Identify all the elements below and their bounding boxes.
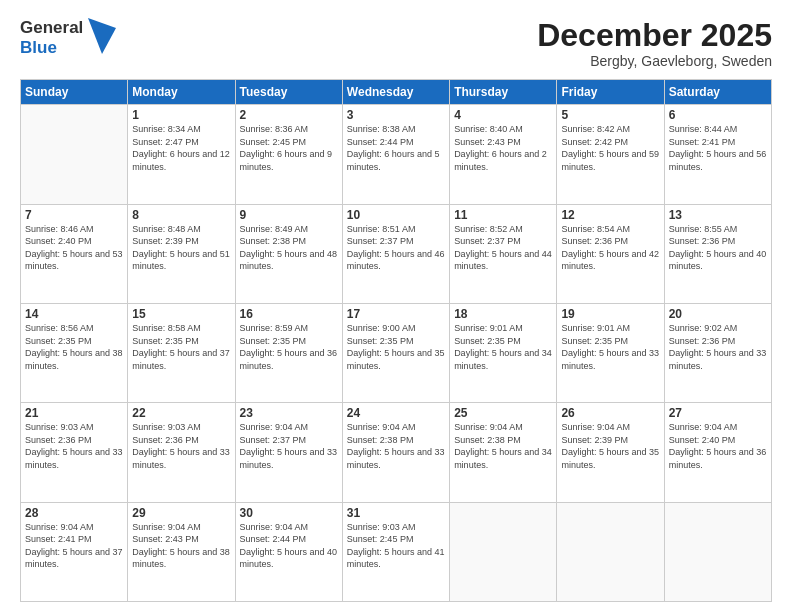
logo-blue: Blue [20, 38, 57, 57]
calendar-cell: 20Sunrise: 9:02 AM Sunset: 2:36 PM Dayli… [664, 303, 771, 402]
cell-info: Sunrise: 8:44 AM Sunset: 2:41 PM Dayligh… [669, 123, 767, 173]
calendar-cell [450, 502, 557, 601]
calendar-cell: 4Sunrise: 8:40 AM Sunset: 2:43 PM Daylig… [450, 105, 557, 204]
logo-icon [88, 18, 116, 54]
cell-info: Sunrise: 8:49 AM Sunset: 2:38 PM Dayligh… [240, 223, 338, 273]
cell-day-number: 2 [240, 108, 338, 122]
calendar-cell: 22Sunrise: 9:03 AM Sunset: 2:36 PM Dayli… [128, 403, 235, 502]
calendar-cell: 6Sunrise: 8:44 AM Sunset: 2:41 PM Daylig… [664, 105, 771, 204]
cell-day-number: 3 [347, 108, 445, 122]
cell-info: Sunrise: 9:04 AM Sunset: 2:39 PM Dayligh… [561, 421, 659, 471]
header-cell-monday: Monday [128, 80, 235, 105]
calendar-cell: 13Sunrise: 8:55 AM Sunset: 2:36 PM Dayli… [664, 204, 771, 303]
header-cell-wednesday: Wednesday [342, 80, 449, 105]
cell-day-number: 10 [347, 208, 445, 222]
cell-info: Sunrise: 8:56 AM Sunset: 2:35 PM Dayligh… [25, 322, 123, 372]
week-row-5: 28Sunrise: 9:04 AM Sunset: 2:41 PM Dayli… [21, 502, 772, 601]
header: General Blue December 2025 Bergby, Gaevl… [20, 18, 772, 69]
svg-marker-0 [88, 18, 116, 54]
calendar-cell: 28Sunrise: 9:04 AM Sunset: 2:41 PM Dayli… [21, 502, 128, 601]
cell-info: Sunrise: 9:04 AM Sunset: 2:40 PM Dayligh… [669, 421, 767, 471]
cell-day-number: 4 [454, 108, 552, 122]
cell-day-number: 16 [240, 307, 338, 321]
logo-general: General [20, 18, 83, 37]
cell-day-number: 5 [561, 108, 659, 122]
calendar-cell: 26Sunrise: 9:04 AM Sunset: 2:39 PM Dayli… [557, 403, 664, 502]
cell-info: Sunrise: 8:36 AM Sunset: 2:45 PM Dayligh… [240, 123, 338, 173]
cell-day-number: 30 [240, 506, 338, 520]
cell-info: Sunrise: 9:03 AM Sunset: 2:36 PM Dayligh… [25, 421, 123, 471]
cell-info: Sunrise: 8:54 AM Sunset: 2:36 PM Dayligh… [561, 223, 659, 273]
cell-info: Sunrise: 9:02 AM Sunset: 2:36 PM Dayligh… [669, 322, 767, 372]
header-row: SundayMondayTuesdayWednesdayThursdayFrid… [21, 80, 772, 105]
calendar-page: General Blue December 2025 Bergby, Gaevl… [0, 0, 792, 612]
cell-info: Sunrise: 8:59 AM Sunset: 2:35 PM Dayligh… [240, 322, 338, 372]
cell-day-number: 29 [132, 506, 230, 520]
header-cell-saturday: Saturday [664, 80, 771, 105]
header-cell-sunday: Sunday [21, 80, 128, 105]
calendar-cell [664, 502, 771, 601]
cell-day-number: 26 [561, 406, 659, 420]
cell-day-number: 17 [347, 307, 445, 321]
cell-day-number: 20 [669, 307, 767, 321]
cell-day-number: 27 [669, 406, 767, 420]
calendar-cell: 7Sunrise: 8:46 AM Sunset: 2:40 PM Daylig… [21, 204, 128, 303]
calendar-cell: 15Sunrise: 8:58 AM Sunset: 2:35 PM Dayli… [128, 303, 235, 402]
cell-info: Sunrise: 9:04 AM Sunset: 2:44 PM Dayligh… [240, 521, 338, 571]
week-row-3: 14Sunrise: 8:56 AM Sunset: 2:35 PM Dayli… [21, 303, 772, 402]
header-cell-tuesday: Tuesday [235, 80, 342, 105]
cell-day-number: 8 [132, 208, 230, 222]
cell-day-number: 7 [25, 208, 123, 222]
cell-day-number: 19 [561, 307, 659, 321]
cell-day-number: 14 [25, 307, 123, 321]
calendar-cell: 9Sunrise: 8:49 AM Sunset: 2:38 PM Daylig… [235, 204, 342, 303]
cell-day-number: 25 [454, 406, 552, 420]
main-title: December 2025 [537, 18, 772, 53]
calendar-cell: 31Sunrise: 9:03 AM Sunset: 2:45 PM Dayli… [342, 502, 449, 601]
calendar-cell: 30Sunrise: 9:04 AM Sunset: 2:44 PM Dayli… [235, 502, 342, 601]
cell-info: Sunrise: 8:42 AM Sunset: 2:42 PM Dayligh… [561, 123, 659, 173]
cell-day-number: 18 [454, 307, 552, 321]
header-cell-friday: Friday [557, 80, 664, 105]
calendar-cell: 24Sunrise: 9:04 AM Sunset: 2:38 PM Dayli… [342, 403, 449, 502]
cell-day-number: 12 [561, 208, 659, 222]
cell-day-number: 23 [240, 406, 338, 420]
calendar-cell: 3Sunrise: 8:38 AM Sunset: 2:44 PM Daylig… [342, 105, 449, 204]
cell-info: Sunrise: 9:04 AM Sunset: 2:38 PM Dayligh… [454, 421, 552, 471]
cell-info: Sunrise: 9:03 AM Sunset: 2:36 PM Dayligh… [132, 421, 230, 471]
calendar-cell [557, 502, 664, 601]
cell-info: Sunrise: 9:03 AM Sunset: 2:45 PM Dayligh… [347, 521, 445, 571]
week-row-2: 7Sunrise: 8:46 AM Sunset: 2:40 PM Daylig… [21, 204, 772, 303]
cell-info: Sunrise: 9:04 AM Sunset: 2:37 PM Dayligh… [240, 421, 338, 471]
calendar-cell: 25Sunrise: 9:04 AM Sunset: 2:38 PM Dayli… [450, 403, 557, 502]
calendar-cell: 14Sunrise: 8:56 AM Sunset: 2:35 PM Dayli… [21, 303, 128, 402]
cell-info: Sunrise: 8:52 AM Sunset: 2:37 PM Dayligh… [454, 223, 552, 273]
cell-info: Sunrise: 9:00 AM Sunset: 2:35 PM Dayligh… [347, 322, 445, 372]
cell-day-number: 1 [132, 108, 230, 122]
cell-day-number: 31 [347, 506, 445, 520]
cell-day-number: 15 [132, 307, 230, 321]
calendar-cell: 18Sunrise: 9:01 AM Sunset: 2:35 PM Dayli… [450, 303, 557, 402]
calendar-cell: 2Sunrise: 8:36 AM Sunset: 2:45 PM Daylig… [235, 105, 342, 204]
cell-day-number: 11 [454, 208, 552, 222]
cell-info: Sunrise: 8:58 AM Sunset: 2:35 PM Dayligh… [132, 322, 230, 372]
calendar-cell: 11Sunrise: 8:52 AM Sunset: 2:37 PM Dayli… [450, 204, 557, 303]
calendar-cell: 21Sunrise: 9:03 AM Sunset: 2:36 PM Dayli… [21, 403, 128, 502]
calendar-cell: 10Sunrise: 8:51 AM Sunset: 2:37 PM Dayli… [342, 204, 449, 303]
cell-info: Sunrise: 9:01 AM Sunset: 2:35 PM Dayligh… [454, 322, 552, 372]
calendar-cell [21, 105, 128, 204]
cell-info: Sunrise: 8:46 AM Sunset: 2:40 PM Dayligh… [25, 223, 123, 273]
calendar-cell: 29Sunrise: 9:04 AM Sunset: 2:43 PM Dayli… [128, 502, 235, 601]
cell-day-number: 6 [669, 108, 767, 122]
subtitle: Bergby, Gaevleborg, Sweden [537, 53, 772, 69]
cell-info: Sunrise: 8:40 AM Sunset: 2:43 PM Dayligh… [454, 123, 552, 173]
calendar-cell: 16Sunrise: 8:59 AM Sunset: 2:35 PM Dayli… [235, 303, 342, 402]
title-block: December 2025 Bergby, Gaevleborg, Sweden [537, 18, 772, 69]
cell-day-number: 13 [669, 208, 767, 222]
cell-day-number: 24 [347, 406, 445, 420]
cell-day-number: 28 [25, 506, 123, 520]
cell-day-number: 21 [25, 406, 123, 420]
calendar-cell: 19Sunrise: 9:01 AM Sunset: 2:35 PM Dayli… [557, 303, 664, 402]
week-row-4: 21Sunrise: 9:03 AM Sunset: 2:36 PM Dayli… [21, 403, 772, 502]
cell-day-number: 9 [240, 208, 338, 222]
